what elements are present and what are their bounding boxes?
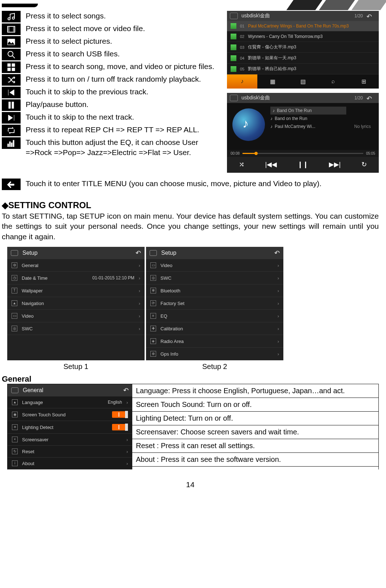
chevron-icon: ›	[278, 313, 279, 319]
setup-item: ▭Video›	[146, 259, 283, 272]
control-icon: ❙❙	[297, 160, 308, 168]
note-icon	[231, 34, 236, 39]
repeat-icon	[2, 125, 21, 136]
setup-panel-1: Setup↶ ⚙General›◷Date & Time01-01-2015 1…	[7, 247, 145, 360]
item-icon: ◎	[150, 275, 156, 281]
item-label: Video	[22, 313, 139, 319]
now-playing-track: ♪Band on the Run	[270, 115, 346, 123]
note-icon	[231, 66, 236, 72]
chevron-icon: ›	[126, 437, 128, 442]
back-icon: ↶	[366, 13, 376, 19]
item-label: General	[22, 263, 139, 268]
toggle-on	[112, 411, 128, 418]
chevron-icon: ›	[139, 263, 140, 268]
item-label: Wallpaper	[22, 288, 139, 293]
item-label: Language	[22, 400, 108, 405]
time-bar: 00:08 05:05	[227, 150, 379, 157]
picture-icon	[2, 36, 21, 48]
item-icon: ↻	[12, 448, 18, 454]
svg-rect-3	[8, 64, 10, 66]
player-header: usbdisk\金曲 1/20 ↶	[227, 93, 379, 103]
back-icon: ↶	[136, 249, 141, 257]
icon-desc: Press it to select move or video file.	[26, 23, 145, 34]
icon-desc: Press it to select pictures.	[26, 36, 112, 46]
chevron-icon: ›	[139, 288, 140, 293]
track-num: 05	[240, 67, 244, 71]
item-label: EQ	[160, 313, 278, 319]
item-label: About	[22, 461, 126, 466]
item-value: English	[108, 400, 122, 405]
setting-heading: ◆SETTING CONTROL	[2, 200, 379, 210]
icon-desc: Play/pause button.	[26, 99, 89, 110]
setup-item: ▲Navigation›	[7, 297, 145, 310]
chevron-icon: ›	[278, 326, 279, 331]
now-playing-track: ♪Paul McCartney Wi...	[270, 123, 346, 130]
control-icon: ⤭	[239, 160, 244, 168]
icon-desc: Touch it to skip to the previous track.	[26, 87, 149, 97]
setting-description: To start SETTING, tap SETUP icon on main…	[2, 211, 379, 242]
setup-item: ⚙General›	[7, 259, 145, 272]
chevron-icon: ›	[278, 339, 279, 344]
music-icon	[2, 11, 21, 22]
icon-desc: Touch it to enter TITLE MENU (you can ch…	[26, 179, 322, 189]
item-icon: ◉	[12, 412, 18, 417]
general-desc-cell: Screen Touch Sound: Turn on or off.	[132, 398, 378, 412]
item-icon: ✻	[150, 288, 156, 293]
eq-icon	[2, 137, 21, 149]
general-panel: General↶ ▲LanguageEnglish›◉Screen Touch …	[8, 384, 132, 469]
item-icon: ▲	[12, 300, 17, 306]
track-num: 01	[240, 24, 244, 28]
toggle-on	[112, 424, 128, 430]
icon-desc: Press it to search USB files.	[26, 49, 120, 59]
item-icon: ⊕	[150, 351, 156, 357]
track-num: 03	[240, 45, 244, 50]
control-icon: ↻	[361, 160, 367, 168]
playlist-row: 02Wynners - Carry On Till Tomorrow.mp3	[227, 31, 379, 42]
player-tab: ▦	[257, 74, 288, 89]
chevron-icon: ›	[139, 326, 140, 331]
setup-item: ✚Calibration›	[146, 322, 283, 335]
item-label: Screen Touch Sound	[22, 412, 112, 417]
item-icon: i	[12, 460, 18, 466]
item-icon: ×	[12, 437, 18, 442]
item-label: SWC	[22, 326, 139, 331]
icon-desc: Press it to search song, move, and video…	[26, 61, 214, 72]
item-label: Navigation	[22, 301, 139, 306]
svg-rect-9	[8, 144, 9, 147]
setup2-caption: Setup 2	[146, 362, 283, 371]
player-tabs: ♪▦▧⌕⊞	[227, 74, 379, 89]
track-label: 劉德華 - 如果有一天.mp3	[248, 55, 296, 61]
item-value: 01-01-2015 12:10 PM	[93, 275, 134, 280]
player-screenshot-list: usbdisk\金曲 1/20 ↶ 01Paul McCartney Wings…	[227, 11, 379, 89]
header-diagonals	[234, 0, 386, 10]
icon-desc: Press it to turn on / turn off track ran…	[26, 74, 201, 84]
chevron-icon: ›	[126, 461, 128, 466]
general-item: ×Screensaver›	[8, 434, 132, 446]
playlist-row: 01Paul McCartney Wings - Band On The Run…	[227, 21, 379, 31]
chevron-icon: ›	[126, 400, 128, 405]
item-label: Factory Set	[160, 301, 278, 306]
svg-rect-6	[12, 68, 15, 71]
film-icon	[2, 23, 21, 35]
chevron-icon: ›	[139, 313, 140, 319]
chevron-icon: ›	[126, 449, 128, 454]
no-lyrics-label: No lyrics	[350, 124, 375, 129]
home-icon	[11, 387, 18, 393]
item-icon: ✚	[150, 326, 156, 331]
icon-desc: Press it to select songs.	[26, 11, 106, 21]
svg-point-2	[8, 51, 13, 56]
item-label: Screensaver	[22, 437, 126, 442]
now-playing-track: ♪Band On The Run	[270, 107, 346, 115]
icon-desc: Touch it to skip to the next track.	[26, 112, 134, 122]
track-label: 劉德華 - 將自己給你.mp3	[248, 66, 296, 72]
item-icon: ≡	[150, 313, 156, 319]
back-icon: ↶	[274, 249, 280, 257]
note-icon	[231, 23, 236, 29]
chevron-icon: ›	[278, 275, 279, 281]
setup-title: Setup	[22, 250, 136, 256]
header-bar	[2, 4, 38, 7]
player-tab: ⌕	[318, 74, 348, 89]
item-label: Radio Area	[160, 339, 278, 344]
item-icon: ▭	[12, 313, 17, 319]
chevron-icon: ›	[139, 275, 140, 281]
